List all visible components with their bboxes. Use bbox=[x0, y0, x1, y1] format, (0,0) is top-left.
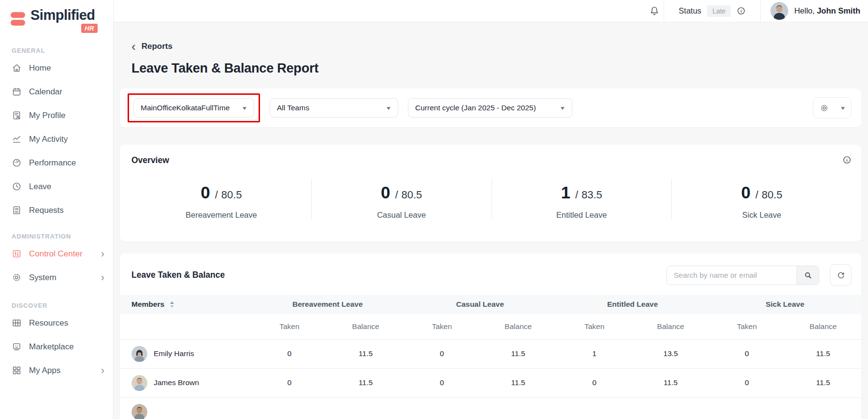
table-row[interactable]: Emily Harris 0 11.5 0 11.5 1 13.5 0 11.5 bbox=[120, 339, 861, 368]
member-name: James Brown bbox=[154, 378, 199, 387]
leave-table: Members Bereavement Leave Casual Leave E… bbox=[120, 295, 861, 419]
sidebar-item-label: My Activity bbox=[29, 135, 68, 144]
clock-icon bbox=[12, 181, 22, 192]
sidebar-item-label: Leave bbox=[29, 182, 51, 192]
chevron-right-icon: › bbox=[101, 275, 104, 281]
stat-casual-leave: 0/80.5 Casual Leave bbox=[311, 179, 492, 220]
column-group-bereavement: Bereavement Leave bbox=[251, 295, 404, 314]
cell-sick-balance: 11.5 bbox=[785, 368, 861, 397]
app-root: Simplified HR General Home Calendar My P… bbox=[0, 0, 868, 419]
column-group-casual: Casual Leave bbox=[404, 295, 557, 314]
leave-table-card: Leave Taken & Balance bbox=[120, 254, 861, 419]
main-area: Status Late bbox=[114, 0, 868, 419]
avatar bbox=[770, 2, 788, 20]
cell-bereavement-taken: 0 bbox=[251, 368, 328, 397]
sidebar-item-home[interactable]: Home bbox=[0, 56, 113, 80]
stat-entitled-leave: 1/83.5 Entitled Leave bbox=[492, 179, 672, 220]
brand-name: Simplified bbox=[30, 8, 95, 23]
column-group-sick: Sick Leave bbox=[709, 295, 862, 314]
sidebar-item-my-apps[interactable]: My Apps › bbox=[0, 359, 113, 382]
chevron-right-icon: › bbox=[101, 368, 104, 374]
sort-icon[interactable] bbox=[170, 301, 174, 308]
brand-logo[interactable]: Simplified HR bbox=[11, 8, 97, 26]
table-row[interactable] bbox=[120, 397, 861, 419]
stat-bereavement-leave: 0/80.5 Bereavement Leave bbox=[131, 179, 311, 220]
table-title: Leave Taken & Balance bbox=[131, 270, 225, 280]
performance-gauge-icon bbox=[12, 158, 22, 168]
sidebar-item-my-profile[interactable]: My Profile bbox=[0, 104, 113, 127]
sidebar-item-label: Resources bbox=[29, 318, 68, 328]
teams-filter-dropdown[interactable]: All Teams ▼ bbox=[270, 98, 398, 118]
gear-icon bbox=[820, 104, 829, 113]
sidebar-item-leave[interactable]: Leave bbox=[0, 175, 113, 198]
sidebar-item-performance[interactable]: Performance bbox=[0, 151, 113, 175]
teams-filter-value: All Teams bbox=[277, 104, 309, 112]
avatar bbox=[131, 404, 147, 419]
sidebar-item-my-activity[interactable]: My Activity bbox=[0, 127, 113, 151]
cell-casual-balance: 11.5 bbox=[480, 368, 556, 397]
group-filter-value: MainOfficeKolkataFullTime bbox=[141, 104, 230, 112]
table-row[interactable]: James Brown 0 11.5 0 11.5 0 11.5 0 11.5 bbox=[120, 368, 861, 397]
avatar bbox=[131, 346, 147, 362]
cell-casual-balance: 11.5 bbox=[480, 339, 556, 368]
caret-down-icon: ▼ bbox=[386, 105, 392, 111]
cell-sick-taken: 0 bbox=[709, 368, 785, 397]
sidebar-item-control-center[interactable]: Control Center › bbox=[0, 242, 113, 266]
user-menu[interactable]: Hello, John Smith bbox=[761, 2, 868, 20]
sidebar-item-requests[interactable]: Requests bbox=[0, 198, 113, 222]
overview-title: Overview bbox=[131, 155, 852, 165]
sidebar-item-label: System bbox=[29, 273, 57, 283]
annotation-highlight: MainOfficeKolkataFullTime ▼ bbox=[128, 93, 260, 122]
settings-dropdown-button[interactable]: ▼ bbox=[813, 97, 852, 119]
search-box bbox=[666, 266, 819, 285]
group-filter-dropdown[interactable]: MainOfficeKolkataFullTime ▼ bbox=[133, 98, 254, 118]
user-name: John Smith bbox=[817, 6, 860, 15]
sub-header: Balance bbox=[785, 314, 861, 339]
notifications-button[interactable] bbox=[645, 6, 664, 16]
caret-down-icon: ▼ bbox=[560, 105, 566, 111]
search-input[interactable] bbox=[667, 266, 796, 284]
sub-header: Taken bbox=[251, 314, 328, 339]
refresh-button[interactable] bbox=[830, 264, 852, 286]
sidebar-item-resources[interactable]: Resources bbox=[0, 311, 113, 335]
cell-bereavement-balance: 11.5 bbox=[328, 368, 404, 397]
user-greeting: Hello, John Smith bbox=[794, 6, 860, 15]
search-button[interactable] bbox=[796, 266, 819, 284]
sidebar-item-marketplace[interactable]: Marketplace bbox=[0, 335, 113, 359]
stat-label: Sick Leave bbox=[672, 210, 852, 220]
sidebar-item-label: Performance bbox=[29, 158, 76, 168]
sidebar-item-calendar[interactable]: Calendar bbox=[0, 80, 113, 104]
sidebar-item-label: My Apps bbox=[29, 366, 60, 375]
info-icon[interactable] bbox=[737, 6, 746, 15]
info-icon[interactable] bbox=[842, 155, 852, 165]
breadcrumb-label: Reports bbox=[142, 42, 173, 51]
cell-entitled-balance: 13.5 bbox=[633, 339, 709, 368]
cell-entitled-balance: 11.5 bbox=[633, 368, 709, 397]
page-title: Leave Taken & Balance Report bbox=[131, 61, 861, 76]
logo-pills-icon bbox=[11, 12, 25, 26]
sub-header: Balance bbox=[633, 314, 709, 339]
cycle-filter-dropdown[interactable]: Current cycle (Jan 2025 - Dec 2025) ▼ bbox=[408, 98, 572, 118]
chevron-left-icon: ‹ bbox=[131, 42, 136, 51]
sub-header: Balance bbox=[480, 314, 556, 339]
sidebar-section-administration: Administration bbox=[0, 233, 113, 242]
sidebar-section-general: General bbox=[0, 47, 113, 56]
apps-grid-icon bbox=[12, 365, 22, 375]
sidebar-item-label: Calendar bbox=[29, 87, 62, 97]
calendar-icon bbox=[12, 87, 22, 97]
search-icon bbox=[804, 271, 812, 280]
cell-casual-taken: 0 bbox=[404, 339, 480, 368]
sidebar-item-label: My Profile bbox=[29, 111, 66, 120]
cell-sick-balance: 11.5 bbox=[785, 339, 861, 368]
status-group: Status Late bbox=[664, 5, 760, 17]
sidebar-item-system[interactable]: System › bbox=[0, 266, 113, 289]
column-header-members[interactable]: Members bbox=[120, 295, 251, 314]
profile-document-icon bbox=[12, 110, 22, 120]
home-icon bbox=[12, 63, 22, 73]
cycle-filter-value: Current cycle (Jan 2025 - Dec 2025) bbox=[415, 104, 536, 112]
stat-label: Casual Leave bbox=[312, 210, 492, 220]
cell-entitled-taken: 1 bbox=[556, 339, 633, 368]
sliders-icon bbox=[12, 249, 22, 259]
content: ‹ Reports Leave Taken & Balance Report M… bbox=[114, 22, 868, 419]
breadcrumb[interactable]: ‹ Reports bbox=[131, 42, 173, 51]
